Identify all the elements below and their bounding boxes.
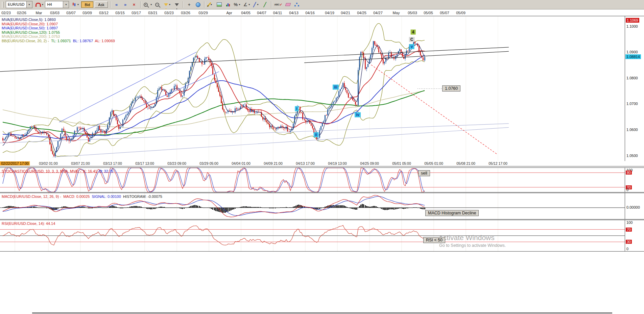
- date-label: 03/15: [115, 11, 125, 15]
- price-target-annotation[interactable]: 1.0760: [442, 85, 460, 91]
- stochastic-axis[interactable]: 10080200: [625, 168, 644, 192]
- elliott-wave-label[interactable]: 4: [411, 29, 416, 34]
- ray-line-button[interactable]: ╱: [261, 1, 269, 8]
- trendline-button[interactable]: ╱ ▼: [252, 1, 260, 8]
- date-label: 03/29: [198, 11, 208, 15]
- time-label: 03/29 05:00: [198, 161, 219, 165]
- rsi-annotation-text: RSI < 50: [426, 238, 443, 242]
- filter-button[interactable]: ▼: [163, 1, 172, 8]
- candlestick-icon: [72, 2, 76, 7]
- date-label: 03/17: [132, 11, 141, 15]
- macd-annotation[interactable]: MACD Histogram Decline: [425, 210, 479, 216]
- crosshair-button[interactable]: +: [185, 1, 193, 8]
- spellcheck-button[interactable]: ABC ✓: [273, 1, 284, 8]
- price-target-value: 1.0760: [445, 86, 458, 91]
- stochastic-tick-label: 0: [626, 188, 628, 192]
- chart-type-button[interactable]: ▼: [71, 1, 80, 8]
- macd-axis[interactable]: 0.00000: [625, 193, 644, 219]
- legend-segment: MACD: 0.00025: [63, 194, 92, 199]
- zoom-in-button[interactable]: + ▼: [143, 1, 153, 8]
- legend-row: MVA(EUR/USD.Close,20): 1.0907: [2, 22, 115, 26]
- insert-image-button[interactable]: [215, 1, 223, 8]
- date-label: 04/11: [273, 11, 282, 15]
- rsi-annotation[interactable]: RSI < 50: [423, 237, 445, 243]
- crosshair-icon: +: [188, 2, 191, 7]
- time-label: 03/23 09:00: [166, 161, 187, 165]
- chevron-down-icon: ▼: [169, 3, 171, 6]
- elliott-wave-label[interactable]: ii: [314, 132, 319, 137]
- time-label: 04/04 01:00: [231, 161, 251, 165]
- toolbar-separator: [183, 1, 183, 8]
- date-label: 05/07: [440, 11, 449, 15]
- draw-pencil-button[interactable]: ▼: [207, 1, 215, 8]
- add-indicator-button[interactable]: [224, 1, 232, 8]
- symbol-value: EUR/USD: [6, 1, 26, 8]
- web-button[interactable]: [194, 1, 202, 8]
- toolbar-gripper[interactable]: [2, 2, 4, 8]
- rsi-canvas[interactable]: RSI(EUR/USD.Close, 14): 44.14 RSI < 50: [0, 220, 625, 251]
- rsi-tick-label: 30: [626, 240, 632, 244]
- scroll-right-button[interactable]: »: [121, 1, 129, 8]
- date-label: 05/05: [424, 11, 433, 15]
- elliott-wave-label[interactable]: iii: [333, 84, 339, 89]
- elliott-wave-label[interactable]: v: [409, 44, 414, 49]
- elliott-wave-label[interactable]: i: [295, 106, 299, 111]
- ask-button[interactable]: Ask: [95, 1, 108, 8]
- symbol-select[interactable]: EUR/USD ▼: [6, 1, 32, 8]
- date-label: 04/16: [305, 11, 315, 15]
- date-label: 02/23: [1, 11, 11, 15]
- delete-icon: ×: [133, 2, 136, 7]
- zoom-out-icon: −: [155, 3, 159, 7]
- elliott-wave-label[interactable]: iv: [355, 112, 361, 117]
- price-tick-label: 1.0900: [626, 50, 638, 54]
- time-label: 03/02 01:00: [38, 161, 58, 165]
- date-label: 03/03: [50, 11, 59, 15]
- stochastic-canvas[interactable]: STOCHASTIC(EUR/USD, 10, 3, 3, MVA, MVA) …: [0, 168, 625, 192]
- date-label: 02/26: [17, 11, 26, 15]
- elliott-wave-label[interactable]: C: [409, 37, 415, 42]
- date-label: 03/12: [99, 11, 109, 15]
- fibonacci-button[interactable]: % ▼: [233, 1, 242, 8]
- hierarchy-icon: [294, 3, 299, 6]
- macd-annotation-text: MACD Histogram Decline: [428, 211, 476, 215]
- chevron-down-icon[interactable]: ▼: [26, 1, 32, 8]
- range-high-label: 1.1069: [626, 18, 639, 23]
- time-label: 03/13 17:00: [102, 161, 123, 165]
- zoom-out-button[interactable]: −: [154, 1, 162, 8]
- bottom-time-axis[interactable]: 02/22/2017 17:0003/02 01:0003/07 21:0003…: [0, 161, 644, 166]
- price-axis[interactable]: 1.1069 1.08814 1.10001.09001.08001.07001…: [625, 16, 644, 161]
- legend-row: BB(EUR/USD.Close, 20, 2) - TL: 1.09371 B…: [2, 39, 115, 43]
- chevron-down-icon[interactable]: ▼: [63, 1, 69, 8]
- time-label: 05/01 05:00: [391, 161, 412, 165]
- price-tick-label: 1.0500: [626, 154, 638, 158]
- sell-annotation[interactable]: sell: [418, 170, 430, 176]
- angle-tool-button[interactable]: ∠ ▼: [242, 1, 252, 8]
- auto-scale-button[interactable]: [173, 1, 181, 8]
- main-chart-canvas[interactable]: MVA(EUR/USD.Close,5): 1.0893MVA(EUR/USD.…: [0, 16, 625, 161]
- bid-button[interactable]: Bid: [81, 1, 93, 8]
- legend-segment: MVA(EUR/USD.Close,200): 1.0753: [2, 34, 60, 38]
- macd-canvas[interactable]: MACD(EUR/USD.Close, 12, 26, 9) - MACD: 0…: [0, 193, 625, 219]
- scroll-left-button[interactable]: «: [113, 1, 121, 8]
- price-tick-label: 1.0700: [626, 102, 638, 106]
- chevron-down-icon: ▼: [248, 3, 251, 6]
- top-date-axis[interactable]: 02/2302/26Mar03/0303/0703/0903/1203/1503…: [0, 9, 644, 16]
- legend-row: MVA(EUR/USD.Close,200): 1.0753: [2, 34, 115, 39]
- rsi-axis[interactable]: 10070300: [625, 220, 644, 251]
- abc-icon: ABC: [275, 3, 280, 6]
- time-label: 03/17 13:00: [134, 161, 155, 165]
- magnet-icon: [35, 3, 41, 7]
- delete-drawing-button[interactable]: ×: [130, 1, 138, 8]
- date-label: 04/25: [357, 11, 366, 15]
- toolbar-separator: [204, 1, 205, 8]
- chevron-down-icon: ▼: [42, 3, 44, 6]
- period-select[interactable]: H4 ▼: [45, 1, 69, 8]
- legend-segment: TL: 1.09371: [51, 39, 73, 43]
- eraser-button[interactable]: [284, 1, 292, 8]
- date-label: 04/19: [325, 11, 334, 15]
- time-label: 04/09 21:00: [263, 161, 283, 165]
- legend-segment: BB(EUR/USD.Close, 20, 2) -: [2, 39, 51, 43]
- magnet-button[interactable]: ▼: [34, 1, 45, 8]
- ray-icon: ╱: [264, 2, 266, 7]
- layout-button[interactable]: [293, 1, 301, 8]
